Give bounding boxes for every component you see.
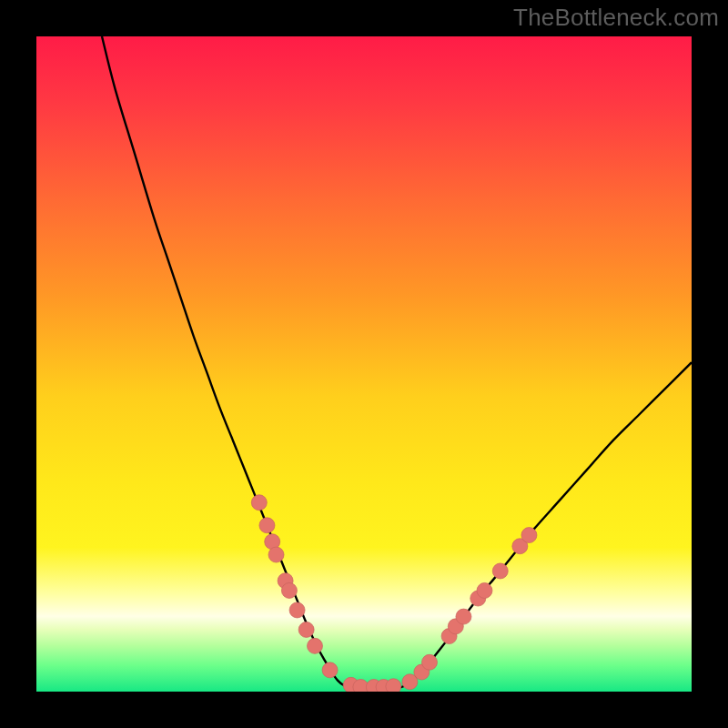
scatter-point: [259, 518, 275, 533]
scatter-point: [298, 622, 314, 637]
scatter-point: [281, 582, 297, 598]
plot-area: [36, 36, 692, 692]
scatter-point: [386, 679, 401, 692]
scatter-point: [521, 528, 537, 543]
scatter-point: [422, 654, 438, 670]
scatter-point: [456, 609, 471, 624]
scatter-point: [477, 582, 492, 598]
scatter-point: [492, 563, 508, 579]
gradient-background: [36, 36, 692, 692]
scatter-point: [322, 662, 338, 678]
watermark-text: TheBottleneck.com: [513, 4, 719, 32]
scatter-point: [251, 495, 267, 511]
chart-svg: [36, 36, 692, 692]
scatter-point: [308, 638, 323, 653]
chart-frame: TheBottleneck.com: [0, 0, 728, 728]
scatter-point: [268, 547, 284, 562]
scatter-point: [289, 602, 305, 618]
